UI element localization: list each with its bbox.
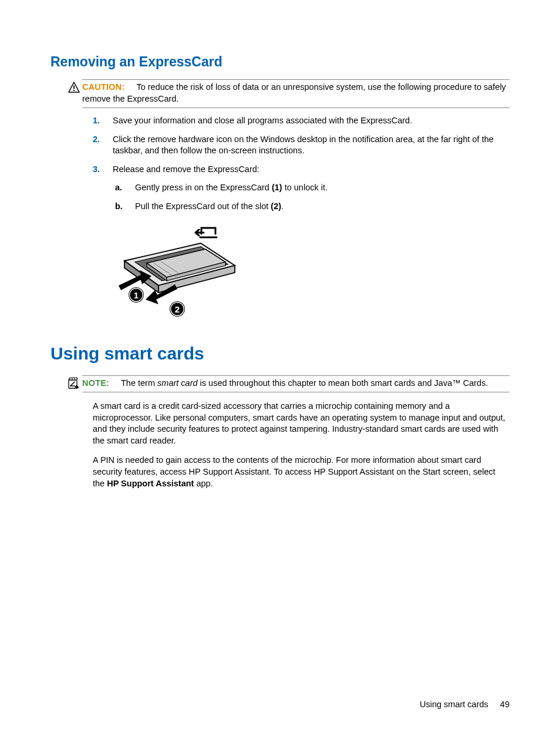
note-text-em: smart card <box>157 378 198 388</box>
footer-section-label: Using smart cards <box>420 700 488 709</box>
substeps-list: a. Gently press in on the ExpressCard (1… <box>115 182 510 212</box>
expresscard-illustration: 1 2 <box>113 220 510 326</box>
callout-1: 1 <box>129 287 144 303</box>
note-icon <box>67 377 80 390</box>
substep-a: a. Gently press in on the ExpressCard (1… <box>115 182 510 194</box>
caution-icon <box>68 82 80 93</box>
svg-rect-2 <box>73 90 75 91</box>
note-callout: NOTE: The term smart card is used throug… <box>82 375 510 393</box>
para2-post: app. <box>194 479 212 488</box>
step-text: Release and remove the ExpressCard: <box>113 164 259 174</box>
caution-text: To reduce the risk of loss of data or an… <box>82 82 506 103</box>
heading-removing-expresscard: Removing an ExpressCard <box>50 53 510 71</box>
caution-callout: CAUTION: To reduce the risk of loss of d… <box>82 79 510 108</box>
steps-list: 1. Save your information and close all p… <box>93 115 510 212</box>
callout-2: 2 <box>170 301 185 317</box>
note-text-post: is used throughout this chapter to mean … <box>198 378 488 388</box>
step-number: 1. <box>93 115 100 127</box>
note-text-pre: The term <box>121 378 157 388</box>
footer-page-number: 49 <box>500 700 510 709</box>
note-label: NOTE: <box>82 378 109 388</box>
paragraph-smartcard-pin: A PIN is needed to gain access to the co… <box>93 455 510 489</box>
step-1: 1. Save your information and close all p… <box>93 115 510 127</box>
substep-text-post: to unlock it. <box>282 183 328 192</box>
step-number: 2. <box>93 134 100 146</box>
page-footer: Using smart cards 49 <box>420 699 510 711</box>
substep-callout-ref: (2) <box>271 201 281 211</box>
substep-text-post: . <box>281 201 284 211</box>
step-text: Click the remove hardware icon on the Wi… <box>113 135 494 156</box>
step-2: 2. Click the remove hardware icon on the… <box>93 134 510 157</box>
substep-text-pre: Pull the ExpressCard out of the slot <box>135 201 271 211</box>
svg-text:1: 1 <box>134 290 139 300</box>
step-number: 3. <box>93 164 100 176</box>
step-text: Save your information and close all prog… <box>113 116 412 125</box>
substep-callout-ref: (1) <box>272 183 282 192</box>
substep-b: b. Pull the ExpressCard out of the slot … <box>115 201 510 213</box>
paragraph-smartcard-desc: A smart card is a credit card-sized acce… <box>93 401 510 446</box>
para2-bold: HP Support Assistant <box>107 479 194 488</box>
substep-letter: a. <box>115 182 122 194</box>
substep-text-pre: Gently press in on the ExpressCard <box>135 183 272 192</box>
heading-using-smart-cards: Using smart cards <box>50 342 510 366</box>
caution-label: CAUTION: <box>82 82 124 92</box>
step-3: 3. Release and remove the ExpressCard: a… <box>93 164 510 213</box>
svg-text:2: 2 <box>175 304 180 314</box>
svg-rect-1 <box>73 86 75 89</box>
substep-letter: b. <box>115 201 123 213</box>
